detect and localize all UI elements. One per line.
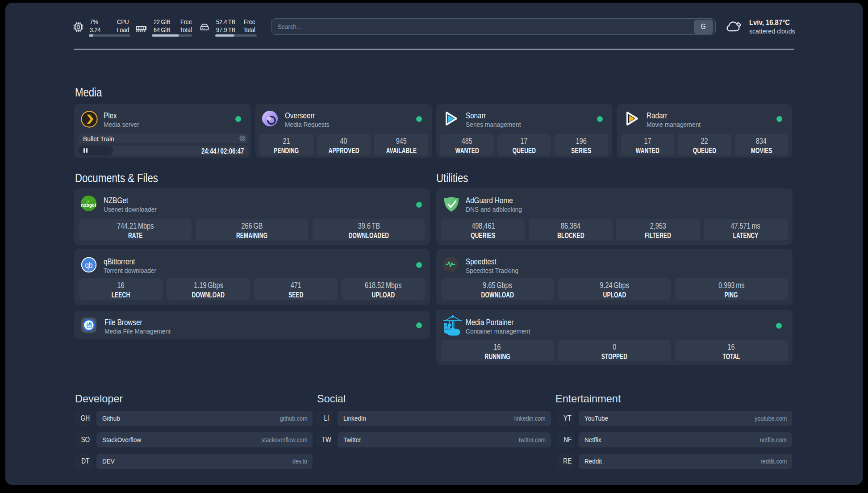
svg-text:nzbget: nzbget — [81, 202, 96, 208]
svg-text:qb: qb — [85, 261, 93, 270]
